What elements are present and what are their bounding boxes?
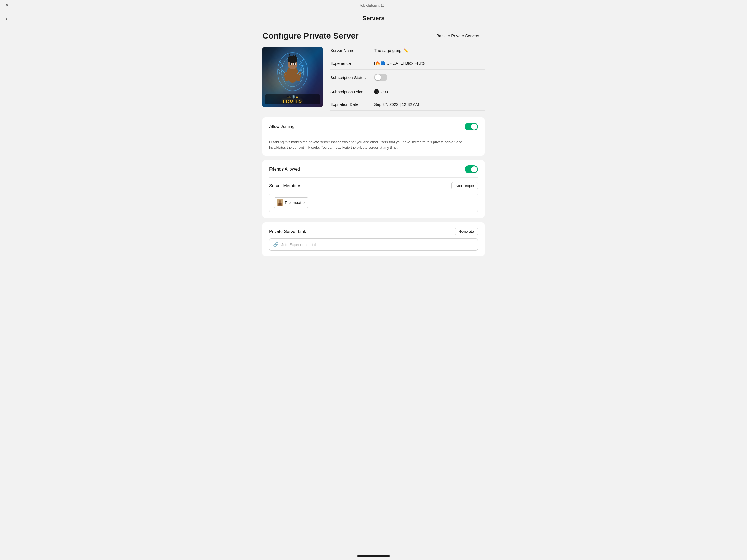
avatar [277,199,283,206]
game-logo: BL⚙️X FRUITS [265,94,320,104]
robux-icon: R [374,89,379,94]
svg-point-15 [279,200,281,203]
subscription-status-row: Subscription Status [330,70,485,85]
nav-back-button[interactable]: ‹ [5,15,7,22]
member-remove-button[interactable]: × [303,200,305,205]
allow-joining-slider [465,123,478,130]
page-header: Configure Private Server Back to Private… [262,31,485,41]
experience-value: [🔥🔵 UPDATE] Blox Fruits [374,61,424,66]
subscription-price-label: Subscription Price [330,90,374,94]
link-placeholder: Join Experience Link... [281,243,320,247]
page-title: Configure Private Server [262,31,359,41]
subscription-price-value: R 200 [374,89,388,94]
expiration-date-label: Expiration Date [330,102,374,107]
svg-point-10 [290,63,291,65]
friends-allowed-row: Friends Allowed [269,166,478,178]
nav-title: Servers [363,15,385,22]
svg-point-4 [288,55,298,63]
server-members-label: Server Members [269,183,301,188]
avatar-inner [277,199,283,206]
server-name-row: Server Name The sage gang ✏️ [330,48,485,57]
subscription-price-row: Subscription Price R 200 [330,85,485,98]
server-name-edit-icon[interactable]: ✏️ [404,48,408,53]
friends-allowed-label: Friends Allowed [269,167,300,172]
main-content: Configure Private Server Back to Private… [256,26,491,277]
member-avatar-svg [277,199,283,206]
close-button[interactable]: × [5,2,9,8]
nav-bar: ‹ Servers [0,11,747,26]
allow-joining-row: Allow Joining [269,123,478,135]
server-name-value: The sage gang ✏️ [374,48,408,53]
subscription-status-slider [374,74,387,81]
subscription-status-toggle[interactable] [374,74,387,81]
link-icon: 🔗 [273,242,279,247]
private-server-link-label: Private Server Link [269,229,306,234]
character-silhouette [274,50,312,94]
subscription-status-label: Subscription Status [330,75,374,80]
svg-rect-17 [279,203,281,205]
experience-row: Experience [🔥🔵 UPDATE] Blox Fruits [330,57,485,70]
list-item: Rip_maxi × [274,198,308,208]
member-name: Rip_maxi [285,200,301,205]
back-to-private-servers-link[interactable]: Back to Private Servers → [436,33,485,38]
link-input-field[interactable]: 🔗 Join Experience Link... [269,238,478,251]
experience-label: Experience [330,61,374,66]
svg-marker-6 [292,51,294,57]
friends-allowed-toggle[interactable] [465,166,478,173]
allow-joining-section: Allow Joining Disabling this makes the p… [262,117,485,156]
server-name-label: Server Name [330,48,374,53]
expiration-date-row: Expiration Date Sep 27, 2022 | 12:32 AM [330,98,485,111]
server-info-section: BL⚙️X FRUITS Server Name The sage gang ✏… [262,47,485,111]
allow-joining-description: Disabling this makes the private server … [269,139,478,150]
top-bar: × tobydabush: 13+ [0,0,747,11]
svg-point-11 [294,63,295,65]
server-members-header: Server Members Add People [269,182,478,189]
allow-joining-label: Allow Joining [269,124,294,129]
add-people-button[interactable]: Add People [452,182,478,189]
game-thumbnail: BL⚙️X FRUITS [262,47,323,107]
friends-allowed-slider [465,166,478,173]
link-section-header: Private Server Link Generate [269,228,478,235]
allow-joining-toggle[interactable] [465,123,478,130]
generate-button[interactable]: Generate [455,228,478,235]
bottom-bar-indicator [357,555,390,557]
private-server-link-section: Private Server Link Generate 🔗 Join Expe… [262,222,485,256]
user-label: tobydabush: 13+ [360,3,387,7]
expiration-date-value: Sep 27, 2022 | 12:32 AM [374,102,419,107]
server-details: Server Name The sage gang ✏️ Experience … [330,47,485,111]
members-box: Rip_maxi × [269,193,478,212]
friends-members-section: Friends Allowed Server Members Add Peopl… [262,160,485,218]
